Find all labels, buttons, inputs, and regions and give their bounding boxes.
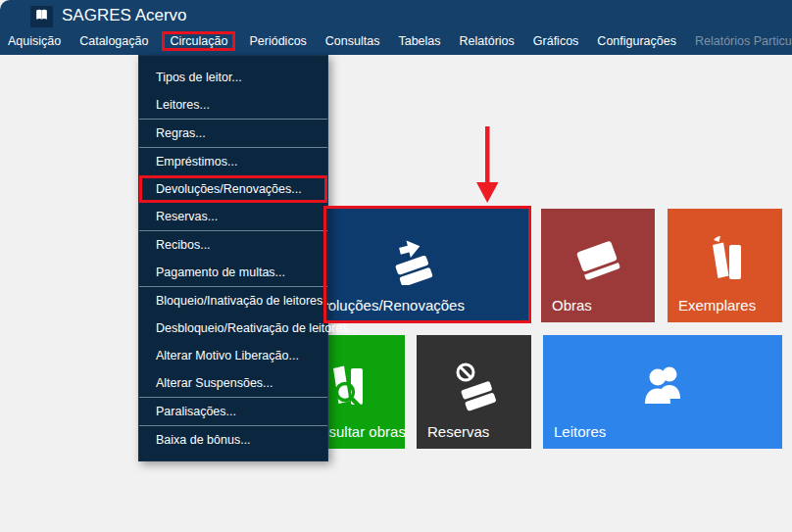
menu-item-leitores[interactable]: Leitores...	[139, 91, 327, 119]
menu-item-paralisacoes[interactable]: Paralisações...	[139, 398, 327, 425]
book-blocked-icon	[417, 355, 531, 415]
menu-item-pagamento-de-multas[interactable]: Pagamento de multas...	[139, 259, 327, 286]
app-logo	[30, 6, 53, 27]
menu-item-baixa-de-bonus[interactable]: Baixa de bônus...	[139, 426, 327, 454]
menubar-item-relatorios-particulares[interactable]: Relatórios Particulares	[695, 34, 792, 48]
app-title: SAGRES Acervo	[62, 0, 187, 29]
menubar-item-relatorios[interactable]: Relatórios	[460, 34, 515, 48]
menu-item-regras[interactable]: Regras...	[139, 120, 327, 147]
menubar-item-periodicos[interactable]: Periódicos	[249, 34, 306, 48]
tile-label: Obras	[552, 297, 592, 314]
menubar-item-consultas[interactable]: Consultas	[325, 34, 380, 48]
menubar-item-tabelas[interactable]: Tabelas	[398, 34, 440, 48]
menubar: Aquisição Catalogação Circulação Periódi…	[0, 28, 792, 54]
title-bar: SAGRES Acervo Aquisição Catalogação Circ…	[0, 0, 792, 55]
tile-obras[interactable]: Obras	[541, 209, 655, 322]
menu-item-alterar-motivo-liberacao[interactable]: Alterar Motivo Liberação...	[139, 342, 327, 369]
menu-item-bloqueio-inativacao-de-leitores[interactable]: Bloqueio/Inativação de leitores...	[139, 287, 327, 314]
menubar-item-aquisicao[interactable]: Aquisição	[8, 34, 61, 48]
menubar-item-catalogacao[interactable]: Catalogação	[79, 34, 148, 48]
app-window: SAGRES Acervo Aquisição Catalogação Circ…	[0, 0, 792, 532]
tile-reservas[interactable]: Reservas	[417, 335, 531, 449]
tile-label: Leitores	[554, 423, 606, 440]
menubar-item-configuracoes[interactable]: Configurações	[597, 34, 676, 48]
tile-exemplares[interactable]: Exemplares	[668, 209, 782, 322]
menu-item-emprestimos[interactable]: Empréstimos...	[139, 148, 327, 175]
menu-item-desbloqueio-reativacao-de-leitores[interactable]: Desbloqueio/Reativação de leitores...	[139, 314, 327, 342]
circulacao-dropdown-menu: Tipos de leitor... Leitores... Regras...…	[138, 55, 328, 461]
tile-label: Reservas	[427, 423, 489, 440]
menubar-item-graficos[interactable]: Gráficos	[533, 34, 579, 48]
readers-icon	[543, 355, 782, 415]
open-book-icon	[33, 7, 50, 26]
tile-label: Exemplares	[678, 297, 756, 314]
books-pair-icon	[668, 228, 782, 289]
menu-item-reservas[interactable]: Reservas...	[139, 203, 327, 230]
tile-leitores[interactable]: Leitores	[543, 335, 782, 449]
menu-item-alterar-suspensoes[interactable]: Alterar Suspensões...	[139, 369, 327, 397]
menu-item-devolucoes-renovacoes[interactable]: Devoluções/Renovações...	[139, 175, 327, 203]
menu-item-recibos[interactable]: Recibos...	[139, 231, 327, 259]
menu-item-tipos-de-leitor[interactable]: Tipos de leitor...	[139, 64, 327, 91]
menubar-item-circulacao[interactable]: Circulação	[162, 31, 235, 51]
book-icon	[541, 228, 655, 289]
down-arrow-annotation	[474, 125, 500, 204]
